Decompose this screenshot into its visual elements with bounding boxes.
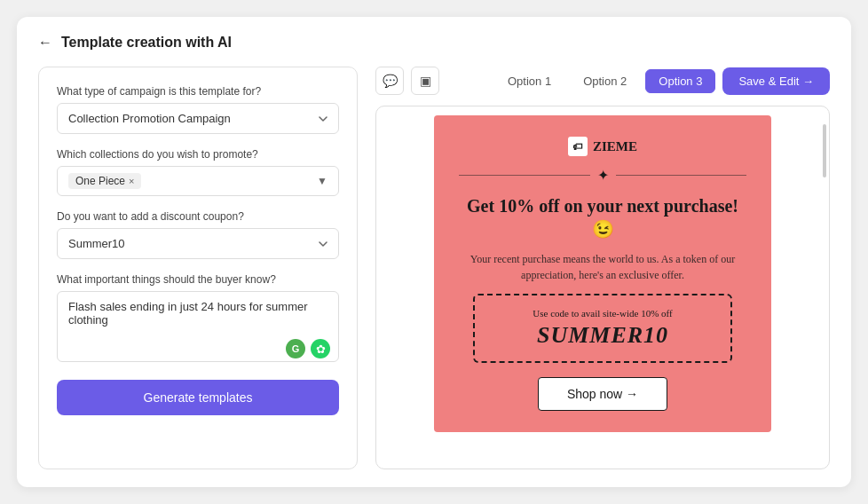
option-tabs: Option 1 Option 2 Option 3: [494, 69, 715, 93]
collection-tag-container[interactable]: One Piece × ▼: [57, 166, 339, 196]
email-divider: ✦: [459, 167, 746, 184]
collection-tag[interactable]: One Piece ×: [68, 173, 141, 189]
coupon-label: Do you want to add a discount coupon?: [57, 210, 339, 223]
option-3-tab[interactable]: Option 3: [645, 69, 715, 93]
google-icon[interactable]: G: [286, 339, 305, 358]
preview-scroll[interactable]: 🏷 ZIEME ✦ Get 10% off on your next purch…: [376, 106, 829, 469]
coupon-code: SUMMER10: [500, 322, 706, 349]
header: ← Template creation with AI: [38, 35, 830, 51]
divider-line-right: [616, 175, 747, 176]
collection-chevron-icon: ▼: [317, 175, 327, 187]
campaign-type-group: What type of campaign is this template f…: [57, 85, 339, 134]
chat-icon-button[interactable]: 💬: [375, 67, 404, 95]
logo-text: ZIEME: [593, 139, 637, 154]
textarea-icons: G ✿: [286, 339, 330, 358]
coupon-label: Use code to avail site-wide 10% off: [500, 308, 706, 319]
email-logo: 🏷 ZIEME: [568, 137, 637, 156]
preview-toolbar: 💬 ▣ Option 1 Option 2 Option 3 Save & Ed…: [375, 67, 830, 95]
chat-icon: 💬: [383, 74, 398, 88]
coupon-box: Use code to avail site-wide 10% off SUMM…: [473, 294, 732, 363]
right-panel: 💬 ▣ Option 1 Option 2 Option 3 Save & Ed…: [375, 67, 830, 469]
email-subtext: Your recent purchase means the world to …: [459, 251, 746, 283]
option-1-tab[interactable]: Option 1: [494, 69, 564, 93]
generate-templates-button[interactable]: Generate templates: [57, 380, 339, 415]
campaign-type-label: What type of campaign is this template f…: [57, 85, 339, 98]
email-template: 🏷 ZIEME ✦ Get 10% off on your next purch…: [434, 115, 771, 432]
content-area: What type of campaign is this template f…: [38, 67, 830, 469]
preview-area: 🏷 ZIEME ✦ Get 10% off on your next purch…: [375, 106, 830, 469]
tag-close-icon[interactable]: ×: [129, 176, 134, 186]
back-button[interactable]: ←: [38, 35, 52, 51]
scrollbar-indicator: [823, 124, 826, 177]
main-container: ← Template creation with AI What type of…: [17, 17, 851, 487]
buyer-info-group: What important things should the buyer k…: [57, 273, 339, 366]
divider-line-left: [459, 175, 590, 176]
collection-label: Which collections do you wish to promote…: [57, 148, 339, 161]
buyer-info-wrapper: G ✿: [57, 291, 339, 366]
email-headline: Get 10% off on your next purchase!😉: [459, 194, 746, 240]
buyer-info-label: What important things should the buyer k…: [57, 273, 339, 286]
shop-now-button[interactable]: Shop now →: [538, 377, 667, 411]
page-title: Template creation with AI: [61, 35, 232, 51]
left-panel: What type of campaign is this template f…: [38, 67, 358, 469]
save-edit-button[interactable]: Save & Edit →: [722, 67, 830, 95]
tag-inner: One Piece ×: [68, 173, 141, 189]
logo-icon: 🏷: [568, 137, 588, 156]
coupon-select[interactable]: Summer10: [57, 228, 339, 259]
coupon-group: Do you want to add a discount coupon? Su…: [57, 210, 339, 259]
divider-plus-icon: ✦: [597, 167, 609, 184]
mobile-icon: ▣: [420, 74, 431, 88]
mobile-icon-button[interactable]: ▣: [411, 67, 439, 95]
collection-group: Which collections do you wish to promote…: [57, 148, 339, 196]
campaign-type-select[interactable]: Collection Promotion Campaign: [57, 103, 339, 134]
whatsapp-icon[interactable]: ✿: [311, 339, 330, 358]
option-2-tab[interactable]: Option 2: [570, 69, 640, 93]
